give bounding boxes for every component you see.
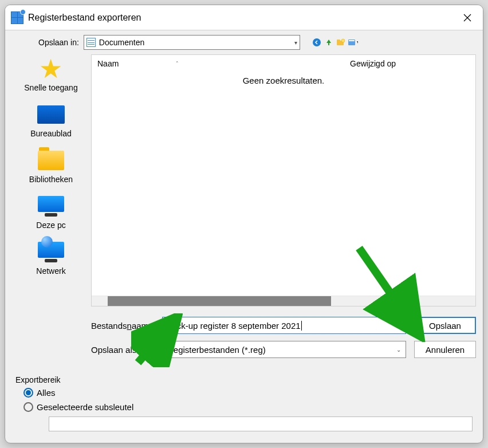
new-folder-button[interactable] (336, 37, 346, 48)
scrollbar-thumb[interactable] (108, 296, 331, 306)
chevron-down-icon: ⌄ (396, 323, 401, 329)
save-in-label: Opslaan in: (38, 38, 79, 47)
horizontal-scrollbar[interactable] (92, 296, 475, 306)
main-pane: Naam ˄ Gewijzigd op Geen zoekresultaten.… (91, 54, 476, 368)
place-quick-access[interactable]: ★ Snelle toegang (24, 57, 77, 92)
sort-ascending-icon: ˄ (176, 61, 179, 66)
save-as-type-label: Opslaan als: (91, 345, 162, 355)
place-libraries[interactable]: Bibliotheken (29, 148, 73, 184)
body-area: ★ Snelle toegang Bureaublad Bibliotheken… (5, 54, 483, 373)
save-in-folder: Documenten (99, 38, 144, 47)
place-desktop[interactable]: Bureaublad (30, 103, 72, 138)
place-this-pc[interactable]: Deze pc (36, 194, 66, 230)
place-network[interactable]: Netwerk (36, 240, 66, 276)
regedit-icon (11, 11, 23, 24)
close-button[interactable] (454, 5, 481, 30)
svg-rect-7 (349, 40, 355, 41)
file-list[interactable]: Naam ˄ Gewijzigd op Geen zoekresultaten. (91, 54, 476, 306)
save-button[interactable]: Opslaan (414, 317, 476, 334)
radio-icon (23, 402, 33, 412)
export-range-group: Exportbereik Alles Geselecteerde subsleu… (15, 378, 477, 437)
titlebar: Registerbestand exporteren (5, 5, 483, 30)
save-in-toolbar: Opslaan in: Documenten ▾ (5, 30, 483, 54)
radio-checked-icon (23, 388, 33, 398)
file-list-header: Naam ˄ Gewijzigd op (92, 55, 475, 72)
svg-point-2 (313, 38, 321, 46)
chevron-down-icon: ⌄ (396, 347, 401, 353)
monitor-icon (36, 194, 66, 218)
window-title: Registerbestand exporteren (28, 13, 454, 23)
export-registry-dialog: Registerbestand exporteren Opslaan in: D… (5, 5, 483, 443)
svg-rect-4 (337, 40, 340, 41)
desktop-icon (36, 103, 66, 127)
column-header-name[interactable]: Naam ˄ (92, 59, 344, 68)
close-icon (463, 14, 471, 22)
filename-label: Bestandsnaam: (91, 321, 162, 331)
filename-form: Bestandsnaam: back-up register 8 septemb… (91, 306, 476, 368)
no-results-message: Geen zoekresultaten. (92, 72, 475, 85)
selected-branch-input[interactable] (49, 416, 473, 431)
view-menu-button[interactable] (348, 37, 358, 48)
places-bar: ★ Snelle toegang Bureaublad Bibliotheken… (11, 54, 91, 368)
save-as-type-select[interactable]: Registerbestanden (*.reg) ⌄ (162, 341, 406, 358)
star-icon: ★ (36, 57, 66, 81)
export-range-all[interactable]: Alles (23, 388, 469, 398)
up-one-level-button[interactable] (324, 37, 334, 48)
toolbar-buttons (312, 37, 358, 48)
export-range-legend: Exportbereik (15, 375, 61, 384)
filename-input[interactable]: back-up register 8 september 2021 ⌄ (162, 317, 406, 334)
export-range-selected-branch[interactable]: Geselecteerde subsleutel (23, 402, 469, 412)
back-button[interactable] (312, 37, 322, 48)
chevron-down-icon: ▾ (294, 40, 297, 46)
column-header-modified[interactable]: Gewijzigd op (344, 59, 475, 68)
cancel-button[interactable]: Annuleren (414, 341, 476, 358)
documents-icon (86, 38, 96, 47)
text-caret (301, 321, 302, 331)
save-in-selector[interactable]: Documenten ▾ (84, 35, 300, 50)
folder-icon (36, 148, 66, 172)
network-icon (36, 240, 66, 264)
svg-point-5 (341, 39, 345, 42)
